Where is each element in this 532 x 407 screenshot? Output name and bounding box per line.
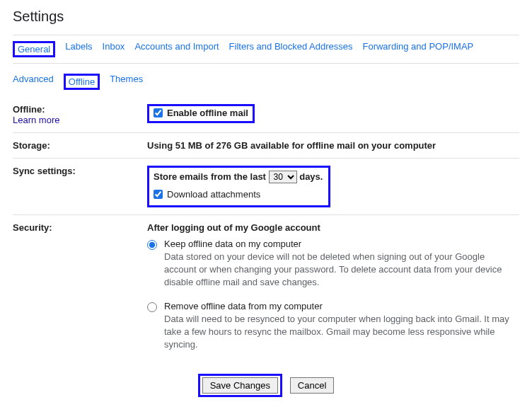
save-button[interactable]: Save Changes [202,377,278,394]
store-suffix: days. [299,171,323,182]
download-attachments-label: Download attachments [167,189,260,200]
remove-data-desc: Data will need to be resynced to your co… [164,313,519,352]
store-prefix: Store emails from the last [154,171,266,182]
tab-themes[interactable]: Themes [110,74,143,90]
tab-advanced[interactable]: Advanced [13,74,54,90]
tabs-row-2: Advanced Offline Themes [13,69,519,97]
enable-offline-checkbox[interactable] [154,108,163,117]
enable-offline-label: Enable offline mail [167,108,248,118]
tab-inbox[interactable]: Inbox [103,41,125,57]
section-security: Security: After logging out of my Google… [13,215,519,361]
tab-forwarding-pop-imap[interactable]: Forwarding and POP/IMAP [362,41,473,57]
security-heading: After logging out of my Google account [147,222,519,233]
offline-label: Offline: [13,104,45,115]
tab-labels[interactable]: Labels [65,41,92,57]
section-sync: Sync settings: Store emails from the las… [13,159,519,215]
sync-label: Sync settings: [13,166,147,176]
remove-data-title: Remove offline data from my computer [164,301,519,311]
keep-data-radio[interactable] [147,240,157,250]
tab-general[interactable]: General [13,41,55,57]
download-attachments-checkbox[interactable] [154,190,163,199]
section-storage: Storage: Using 51 MB of 276 GB available… [13,133,519,159]
keep-data-desc: Data stored on your device will not be d… [164,251,519,290]
tab-offline[interactable]: Offline [64,74,100,90]
tabs-row-1: General Labels Inbox Accounts and Import… [13,35,519,64]
learn-more-link[interactable]: Learn more [13,115,59,125]
keep-data-title: Keep offline data on my computer [164,239,519,249]
days-select[interactable]: 30 [269,171,297,183]
storage-label: Storage: [13,140,147,151]
tab-accounts-import[interactable]: Accounts and Import [134,41,219,57]
cancel-button[interactable]: Cancel [290,377,334,394]
storage-text: Using 51 MB of 276 GB available for offl… [147,140,519,151]
section-offline: Offline: Learn more Enable offline mail [13,97,519,133]
page-title: Settings [13,8,519,25]
remove-data-radio[interactable] [147,302,157,312]
security-label: Security: [13,222,147,233]
button-row: Save Changes Cancel [13,374,519,397]
tab-filters-blocked[interactable]: Filters and Blocked Addresses [229,41,353,57]
